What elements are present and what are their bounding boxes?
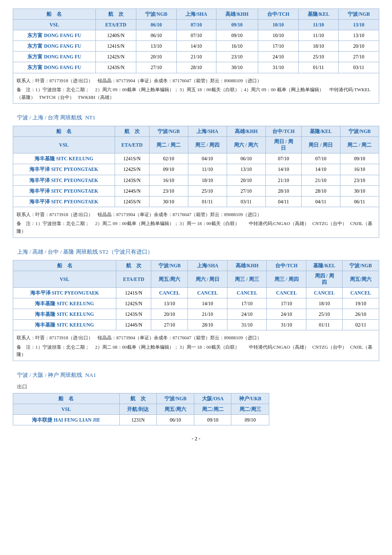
- col-tch: 台中/TCH: [258, 9, 298, 20]
- subhdr-etd: ETA/ETD: [116, 271, 151, 287]
- col-voyage: 航 次: [95, 9, 136, 20]
- subhdr-w6: 周五/周六: [343, 271, 379, 287]
- col-ship: 船 名: [13, 260, 116, 271]
- table-row: 东方富 DONG FANG FU 1240S/N 06/10 07/10 09/…: [13, 30, 379, 41]
- subhdr-w1: 周二 / 周二: [149, 137, 188, 153]
- subhdr-vsl: VSL: [13, 20, 96, 30]
- nt1-section: 宁波 / 上海 / 台湾 周班航线 NT1 船 名 航 次 宁波/NGB 上海/…: [13, 114, 379, 237]
- subhdr-w5: 周四 / 周四: [306, 271, 343, 287]
- subhdr-vsl: VSL: [13, 271, 116, 287]
- col-ngb: 宁波/NGB: [156, 393, 194, 404]
- st2-title: 上海 / 高雄 / 台中 / 基隆 周班航线 ST2（宁波只有进口）: [13, 248, 379, 256]
- notes-row: 联系人：叶晋：87173918（进/出口） 钮晶晶：87173904（单证）余成…: [13, 207, 379, 237]
- table-row: 海丰基隆 SITC KEELUNG 1241S/N 02/10 04/10 06…: [13, 153, 379, 164]
- subhdr-d6: 13/10: [338, 20, 379, 30]
- col-ngb: 宁波/NGB: [151, 260, 188, 271]
- col-osa: 大阪/OSA: [194, 393, 231, 404]
- subhdr-etd: 开航/到达: [119, 404, 156, 414]
- col-ngb1: 宁波/NGB: [136, 9, 176, 20]
- col-ship: 船 名: [13, 9, 96, 20]
- subhdr-w2: 周六 / 周日: [188, 271, 228, 287]
- table-row: 海丰平泽 SITC PYEONGTAEK 1242S/N 09/10 11/10…: [13, 164, 379, 175]
- cancel-cell-5: CANCEL: [306, 287, 343, 298]
- col-sha: 上海/SHA: [188, 126, 227, 137]
- subhdr-w4: 周三 / 周四: [267, 271, 306, 287]
- col-ngb2: 宁波/NGB: [338, 9, 379, 20]
- cancel-cell-1: CANCEL: [151, 287, 188, 298]
- subhdr-w3: 周三 / 周三: [227, 271, 267, 287]
- nt1-title: 宁波 / 上海 / 台湾 周班航线 NT1: [13, 114, 379, 121]
- col-ukb: 神户/UKB: [231, 393, 269, 404]
- col-kel: 基隆/KEL: [301, 126, 340, 137]
- page-number: - 2 -: [13, 436, 379, 442]
- col-khh: 高雄/KHH: [227, 126, 265, 137]
- table-row: 东方富 DONG FANG FU 1242S/N 20/10 21/10 23/…: [13, 52, 379, 62]
- table-row: 海丰平泽 SITC PYEONGTAEK 1241S/N CANCEL CANC…: [13, 287, 379, 298]
- nt1-table: 船 名 航 次 宁波/NGB 上海/SHA 高雄/KHH 台中/TCH 基隆/K…: [13, 126, 379, 237]
- col-ship: 船 名: [13, 126, 115, 137]
- cancel-cell-3: CANCEL: [227, 287, 267, 298]
- table-row: 海丰基隆 SITC KEELUNG 1242S/N 13/10 14/10 17…: [13, 298, 379, 309]
- subhdr-vsl: VSL: [13, 137, 115, 153]
- subhdr-d1: 06/10: [136, 20, 176, 30]
- col-tch: 台中/TCH: [265, 126, 301, 137]
- table-row: 海丰联捷 HAI FENG LIAN JIE 1231N 06/10 09/10…: [13, 414, 269, 425]
- table-row: 海丰基隆 SITC KEELUNG 1243S/N 20/10 21/10 24…: [13, 309, 379, 319]
- col-ngb2: 宁波/NGB: [343, 260, 379, 271]
- st2-table: 船 名 航 次 宁波/NGB 上海/SHA 高雄/KHH 台中/TCH 基隆/K…: [13, 260, 379, 361]
- notes-row: 联系人：叶晋：87173918（进/出口） 钮晶晶：87173904（单证）余成…: [13, 330, 379, 361]
- subhdr-w1: 周五/周六: [151, 271, 188, 287]
- col-ngb: 宁波/NGB: [149, 126, 188, 137]
- subhdr-etd: ETA/ETD: [95, 20, 136, 30]
- subhdr-w4: 周日 / 周日: [265, 137, 301, 153]
- subhdr-d5: 11/10: [298, 20, 338, 30]
- subhdr-w2: 周三 / 周四: [188, 137, 227, 153]
- col-kel: 基隆/KEL: [306, 260, 343, 271]
- notes-row: 联系人：叶晋：87173918（进/出口） 钮晶晶：87173904（单证）余成…: [13, 73, 379, 104]
- table-row: 海丰平泽 SITC PYEONGTAEK 1244S/N 23/10 25/10…: [13, 185, 379, 196]
- table-row: 东方富 DONG FANG FU 1241S/N 13/10 14/10 16/…: [13, 41, 379, 52]
- subhdr-w6: 周二 / 周二: [340, 137, 379, 153]
- na1-table: 船 名 航 次 宁波/NGB 大阪/OSA 神户/UKB VSL 开航/到达 周…: [13, 393, 269, 425]
- table-row: 海丰平泽 SITC PYEONGTAEK 1245S/N 30/10 01/11…: [13, 196, 379, 207]
- col-ngb2: 宁波/NGB: [340, 126, 379, 137]
- col-ship: 船 名: [13, 393, 120, 404]
- subhdr-d2: 07/10: [176, 20, 216, 30]
- col-kel: 基隆/KEL: [298, 9, 338, 20]
- na1-section: 宁波 / 大阪 / 神户 周班航线 NA1 出口 船 名 航 次 宁波/NGB …: [13, 371, 379, 425]
- col-sha: 上海/SHA: [188, 260, 228, 271]
- cancel-cell-2: CANCEL: [188, 287, 228, 298]
- cancel-cell-6: CANCEL: [343, 287, 379, 298]
- col-voyage: 航 次: [116, 260, 151, 271]
- subhdr-d4: 10/10: [258, 20, 298, 30]
- top-table: 船 名 航 次 宁波/NGB 上海/SHA 高雄/KHH 台中/TCH 基隆/K…: [13, 9, 379, 104]
- col-tch: 台中/TCH: [267, 260, 306, 271]
- col-khh: 高雄/KHH: [216, 9, 258, 20]
- subhdr-w3: 周二/周三: [231, 404, 269, 414]
- subhdr-w5: 周日 / 周日: [301, 137, 340, 153]
- subhdr-etd: ETA/ETD: [115, 137, 149, 153]
- subhdr-w1: 周五/周六: [156, 404, 194, 414]
- col-sha: 上海/SHA: [176, 9, 216, 20]
- col-khh: 高雄/KHH: [227, 260, 267, 271]
- col-voyage: 航 次: [119, 393, 156, 404]
- table-row: 海丰平泽 SITC PYEONGTAEK 1243S/N 16/10 18/10…: [13, 175, 379, 185]
- st2-section: 上海 / 高雄 / 台中 / 基隆 周班航线 ST2（宁波只有进口） 船 名 航…: [13, 248, 379, 361]
- na1-subtitle: 出口: [13, 383, 379, 390]
- subhdr-w2: 周二/周二: [194, 404, 231, 414]
- table-row: 东方富 DONG FANG FU 1243S/N 27/10 28/10 30/…: [13, 62, 379, 73]
- subhdr-d3: 09/10: [216, 20, 258, 30]
- cancel-cell-4: CANCEL: [267, 287, 306, 298]
- na1-title: 宁波 / 大阪 / 神户 周班航线 NA1: [13, 371, 379, 379]
- col-voyage: 航 次: [115, 126, 149, 137]
- top-section: 船 名 航 次 宁波/NGB 上海/SHA 高雄/KHH 台中/TCH 基隆/K…: [13, 9, 379, 104]
- subhdr-vsl: VSL: [13, 404, 120, 414]
- subhdr-w3: 周六 / 周六: [227, 137, 265, 153]
- table-row: 海丰基隆 SITC KEELUNG 1244S/N 27/10 28/10 31…: [13, 319, 379, 330]
